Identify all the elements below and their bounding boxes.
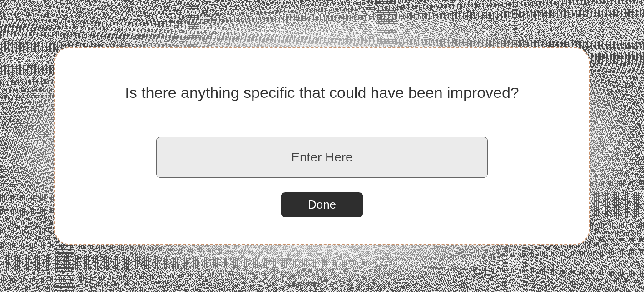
done-button[interactable]: Done xyxy=(281,192,363,217)
feedback-modal: Is there anything specific that could ha… xyxy=(54,47,590,245)
feedback-prompt: Is there anything specific that could ha… xyxy=(125,84,519,102)
feedback-input[interactable] xyxy=(156,137,488,178)
